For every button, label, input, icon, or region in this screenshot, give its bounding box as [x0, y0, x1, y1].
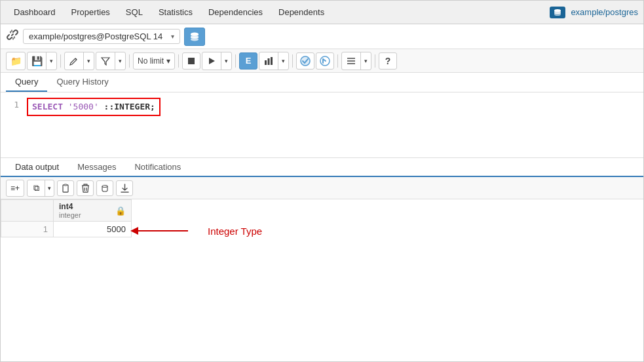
connection-nav-item[interactable]: example/postgres	[550, 7, 638, 18]
run-chevron-icon[interactable]: ▾	[221, 52, 231, 70]
chart-icon[interactable]	[259, 52, 278, 70]
edit-btn-group[interactable]: ▾	[64, 52, 94, 70]
results-data-area: int4 integer 🔒 1 5000	[1, 199, 643, 237]
query-tabs: Query Query History	[1, 73, 643, 92]
svg-rect-27	[64, 184, 67, 186]
save-icon[interactable]: 💾	[28, 52, 46, 70]
chart-chevron-icon[interactable]: ▾	[278, 52, 288, 70]
open-file-icon[interactable]: 📁	[7, 52, 25, 70]
svg-marker-16	[209, 58, 215, 64]
results-tabs: Data output Messages Notifications	[1, 158, 643, 177]
svg-marker-14	[102, 58, 109, 65]
chart-btn-group[interactable]: ▾	[259, 52, 289, 70]
delete-button[interactable]	[77, 180, 94, 196]
run-btn-group[interactable]: ▾	[202, 52, 232, 70]
row-num-header	[1, 200, 54, 222]
help-button[interactable]: ?	[379, 52, 397, 70]
run-icon[interactable]	[202, 52, 221, 70]
row-number-1: 1	[1, 222, 54, 237]
explain-button[interactable]: E	[239, 52, 257, 70]
separator-2	[129, 54, 130, 68]
db-nav-icon	[553, 8, 562, 17]
separator-3	[178, 54, 179, 68]
svg-rect-19	[271, 57, 273, 65]
explain-label: E	[246, 56, 252, 66]
sql-type-cast: ::INTEGER;	[104, 102, 155, 111]
limit-label: No limit	[138, 56, 164, 66]
table-row: 1 5000	[1, 222, 132, 237]
separator-5	[292, 54, 293, 68]
tab-query-history[interactable]: Query History	[47, 73, 117, 92]
filter-btn-group[interactable]: ▾	[96, 52, 126, 70]
main-toolbar: 📁 💾 ▾ ▾ ▾ No limit ▾	[1, 49, 643, 73]
save-btn-group[interactable]: 💾 ▾	[27, 52, 57, 70]
tab-messages[interactable]: Messages	[68, 158, 125, 176]
limit-chevron-icon: ▾	[166, 56, 170, 66]
nav-dependencies[interactable]: Dependencies	[200, 2, 271, 22]
col-type-int4: integer	[59, 211, 81, 219]
nav-statistics[interactable]: Statistics	[151, 2, 200, 22]
connection-bar: example/postgres@PostgreSQL 14 ▾	[1, 24, 643, 49]
download-button[interactable]	[116, 180, 133, 196]
arrow-annotation: Integer Type	[129, 224, 262, 237]
copy-chevron-icon[interactable]: ▾	[45, 180, 54, 196]
svg-marker-31	[130, 227, 138, 235]
paste-button[interactable]	[57, 180, 74, 196]
results-toolbar: ≡+ ⧉ ▾	[1, 177, 643, 199]
open-file-btn-group[interactable]: 📁	[6, 52, 26, 70]
filter-icon[interactable]	[96, 52, 115, 70]
results-table: int4 integer 🔒 1 5000	[1, 199, 132, 237]
connection-db-button[interactable]	[184, 28, 205, 46]
tab-notifications[interactable]: Notifications	[125, 158, 190, 176]
edit-chevron-icon[interactable]: ▾	[83, 52, 94, 70]
svg-point-4	[554, 13, 561, 16]
tab-data-output[interactable]: Data output	[6, 158, 68, 176]
macros-btn-group[interactable]: ▾	[341, 52, 371, 70]
sql-string-value: '5000'	[68, 102, 99, 111]
db-refresh-button[interactable]	[96, 180, 113, 196]
nav-properties[interactable]: Properties	[64, 2, 118, 22]
stop-button[interactable]	[182, 52, 200, 70]
nav-sql[interactable]: SQL	[118, 2, 151, 22]
add-row-btn-group[interactable]: ≡+	[6, 180, 24, 197]
svg-rect-26	[63, 185, 68, 192]
sql-content[interactable]: SELECT '5000' ::INTEGER;	[24, 96, 643, 153]
tab-query[interactable]: Query	[6, 73, 47, 92]
annotation-group: Integer Type	[129, 224, 262, 237]
nav-dependents[interactable]: Dependents	[271, 2, 332, 22]
svg-point-28	[102, 185, 107, 187]
separator-6	[337, 54, 338, 68]
macros-icon[interactable]	[342, 52, 360, 70]
svg-rect-15	[188, 58, 195, 64]
delete-icon	[81, 184, 90, 193]
db-refresh-icon	[100, 184, 109, 193]
commit-button[interactable]	[296, 52, 314, 70]
line-numbers: 1	[1, 96, 24, 153]
connection-dropdown[interactable]: example/postgres@PostgreSQL 14 ▾	[23, 29, 180, 44]
svg-rect-18	[268, 58, 270, 65]
rollback-button[interactable]	[316, 52, 334, 70]
separator-7	[375, 54, 375, 68]
download-icon	[121, 184, 129, 193]
copy-icon[interactable]: ⧉	[28, 180, 45, 196]
nav-dashboard[interactable]: Dashboard	[6, 2, 64, 22]
limit-dropdown[interactable]: No limit ▾	[133, 52, 175, 70]
separator-1	[60, 54, 61, 68]
connection-value: example/postgres@PostgreSQL 14	[29, 31, 167, 41]
sql-line-1: SELECT '5000' ::INTEGER;	[27, 98, 641, 116]
edit-icon[interactable]	[65, 52, 83, 70]
svg-rect-17	[265, 60, 267, 65]
filter-chevron-icon[interactable]: ▾	[115, 52, 125, 70]
paste-icon	[61, 184, 70, 193]
save-chevron-icon[interactable]: ▾	[46, 52, 56, 70]
cell-value-5000[interactable]: 5000	[54, 222, 132, 237]
sql-editor[interactable]: 1 SELECT '5000' ::INTEGER;	[1, 92, 643, 158]
connection-chevron-icon: ▾	[171, 33, 174, 40]
top-nav: Dashboard Properties SQL Statistics Depe…	[1, 1, 643, 24]
copy-btn-group[interactable]: ⧉ ▾	[27, 180, 54, 197]
add-row-icon[interactable]: ≡+	[7, 180, 24, 196]
connection-plug-icon	[6, 28, 19, 45]
sql-keyword-select: SELECT	[32, 102, 63, 111]
macros-chevron-icon[interactable]: ▾	[360, 52, 371, 70]
connection-nav-label: example/postgres	[571, 7, 638, 17]
